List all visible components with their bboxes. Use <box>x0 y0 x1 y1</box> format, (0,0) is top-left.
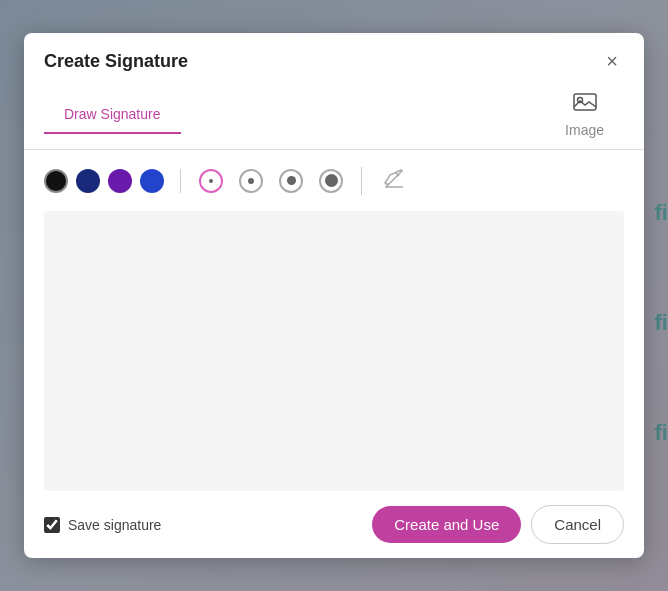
image-tab-icon <box>571 89 599 120</box>
close-button[interactable]: × <box>600 49 624 73</box>
size-lg-inner <box>325 174 338 187</box>
tab-image[interactable]: Image <box>545 81 624 150</box>
eraser-button[interactable] <box>378 162 410 199</box>
footer-buttons: Create and Use Cancel <box>372 505 624 544</box>
eraser-icon <box>382 166 406 190</box>
size-xs[interactable] <box>197 167 225 195</box>
save-signature-text: Save signature <box>68 517 161 533</box>
size-md-outer <box>279 169 303 193</box>
modal-title: Create Signature <box>44 51 188 72</box>
color-black[interactable] <box>44 169 68 193</box>
tab-draw-label: Draw Signature <box>64 106 161 122</box>
tab-draw[interactable]: Draw Signature <box>44 98 181 134</box>
modal-header: Create Signature × <box>24 33 644 81</box>
color-dark-blue[interactable] <box>76 169 100 193</box>
size-md[interactable] <box>277 167 305 195</box>
size-sm-outer <box>239 169 263 193</box>
size-lg[interactable] <box>317 167 345 195</box>
create-signature-modal: Create Signature × Draw Signature Image <box>24 33 644 558</box>
color-purple[interactable] <box>108 169 132 193</box>
save-signature-checkbox[interactable] <box>44 517 60 533</box>
signature-canvas[interactable] <box>44 211 624 491</box>
svg-rect-0 <box>574 94 596 110</box>
size-sm[interactable] <box>237 167 265 195</box>
create-and-use-button[interactable]: Create and Use <box>372 506 521 543</box>
color-group <box>44 169 181 193</box>
save-signature-label[interactable]: Save signature <box>44 517 161 533</box>
size-md-inner <box>287 176 296 185</box>
size-lg-outer <box>319 169 343 193</box>
size-xs-inner <box>209 179 213 183</box>
size-group <box>197 167 362 195</box>
size-xs-outer <box>199 169 223 193</box>
cancel-button[interactable]: Cancel <box>531 505 624 544</box>
modal-footer: Save signature Create and Use Cancel <box>24 491 644 558</box>
tab-image-label: Image <box>565 122 604 138</box>
toolbar <box>24 150 644 211</box>
tab-bar: Draw Signature Image <box>24 81 644 150</box>
size-sm-inner <box>248 178 254 184</box>
color-blue[interactable] <box>140 169 164 193</box>
